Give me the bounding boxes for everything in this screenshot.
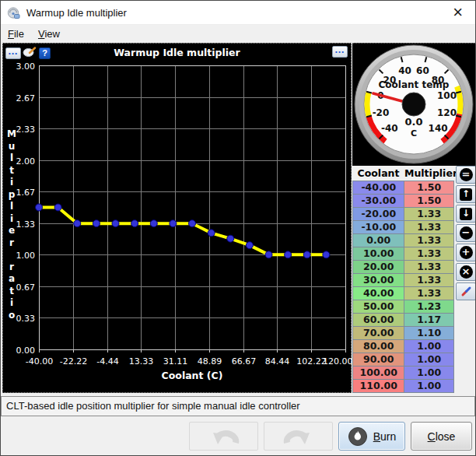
- multiplier-cell[interactable]: 1.33: [404, 208, 454, 221]
- coolant-cell[interactable]: 10.00: [353, 247, 404, 261]
- table-row: 10.001.33: [353, 247, 454, 261]
- coolant-cell[interactable]: 90.00: [353, 353, 404, 367]
- multiplier-cell[interactable]: 1.50: [404, 195, 454, 208]
- table-row: 30.001.33: [353, 274, 454, 287]
- coolant-cell[interactable]: 0.00: [353, 234, 404, 247]
- settings-dots-button[interactable]: …: [5, 47, 21, 59]
- svg-text:t: t: [9, 286, 14, 296]
- burn-button[interactable]: Burn: [338, 422, 405, 451]
- burn-label: Burn: [373, 430, 397, 443]
- settings-dots-button-right[interactable]: …: [332, 46, 348, 58]
- svg-text:66.67: 66.67: [232, 356, 257, 367]
- curve-point[interactable]: [131, 220, 138, 227]
- multiplier-cell[interactable]: 1.33: [404, 287, 454, 300]
- table-row: 60.001.17: [353, 314, 454, 327]
- table-row: -30.001.50: [353, 195, 454, 208]
- curve-point[interactable]: [112, 220, 119, 227]
- coolant-cell[interactable]: 50.00: [353, 300, 404, 314]
- curve-point[interactable]: [150, 220, 157, 227]
- coolant-cell[interactable]: 80.00: [353, 340, 404, 353]
- multiplier-cell[interactable]: 1.00: [404, 353, 454, 367]
- svg-text:e: e: [9, 225, 15, 236]
- svg-text:0.33: 0.33: [16, 314, 36, 324]
- multiplier-cell[interactable]: 1.33: [404, 221, 454, 234]
- curve-point[interactable]: [285, 251, 292, 258]
- svg-text:1.00: 1.00: [16, 251, 36, 261]
- coolant-cell[interactable]: -40.00: [353, 181, 404, 195]
- close-button[interactable]: Close: [411, 422, 472, 451]
- coolant-cell[interactable]: 40.00: [353, 287, 404, 300]
- burn-flame-icon: [348, 426, 368, 447]
- curve-point[interactable]: [208, 230, 215, 237]
- arrow-down-button[interactable]: ↓: [456, 205, 476, 223]
- svg-text:M: M: [7, 128, 16, 139]
- edit-pencil-icon[interactable]: [23, 46, 37, 61]
- curve-point[interactable]: [170, 220, 177, 227]
- equals-icon: =: [460, 168, 473, 181]
- table-row: -10.001.33: [353, 221, 454, 234]
- app-icon: [7, 6, 20, 19]
- arrow-up-button[interactable]: ↑: [456, 185, 476, 203]
- curve-chart-svg[interactable]: -40.003.00-22.222.67-4.442.3313.332.0031…: [3, 44, 352, 392]
- multiplier-cell[interactable]: 1.10: [404, 327, 454, 340]
- table-row: -20.001.33: [353, 208, 454, 221]
- svg-text:1.67: 1.67: [16, 188, 36, 198]
- curve-point[interactable]: [74, 220, 81, 227]
- multiplier-cell[interactable]: 1.33: [404, 247, 454, 261]
- coolant-cell[interactable]: 30.00: [353, 274, 404, 287]
- coolant-cell[interactable]: -10.00: [353, 221, 404, 234]
- multiplier-cell[interactable]: 1.33: [404, 274, 454, 287]
- multiplier-cell[interactable]: 1.50: [404, 181, 454, 195]
- multiplier-cell[interactable]: 1.00: [404, 367, 454, 380]
- help-button[interactable]: ?: [39, 47, 51, 59]
- curve-point[interactable]: [323, 251, 330, 258]
- multiplier-cell[interactable]: 1.00: [404, 340, 454, 353]
- menu-file[interactable]: File: [8, 28, 24, 40]
- multiplier-cell[interactable]: 1.33: [404, 234, 454, 247]
- coolant-cell[interactable]: 20.00: [353, 261, 404, 274]
- curve-line: [39, 208, 326, 255]
- pencil-button[interactable]: [456, 282, 476, 300]
- curve-point[interactable]: [246, 242, 253, 249]
- redo-arrow-icon: [282, 425, 316, 448]
- curve-point[interactable]: [54, 204, 61, 211]
- undo-button[interactable]: [189, 422, 258, 451]
- svg-text:120.00: 120.00: [323, 356, 352, 367]
- curve-point[interactable]: [93, 220, 100, 227]
- curve-editor-panel: … ? Warmup Idle multiplier … -40.003.00-…: [2, 43, 352, 393]
- multiplier-cell[interactable]: 1.33: [404, 261, 454, 274]
- svg-text:i: i: [10, 297, 13, 308]
- column-header-multiplier: Multiplier: [404, 166, 454, 181]
- menu-view[interactable]: View: [38, 28, 60, 40]
- coolant-cell[interactable]: 110.00: [353, 380, 404, 393]
- curve-point[interactable]: [265, 251, 272, 258]
- curve-point[interactable]: [227, 235, 234, 242]
- multiplier-cell[interactable]: 1.23: [404, 300, 454, 314]
- table-row: 20.001.33: [353, 261, 454, 274]
- curve-point[interactable]: [189, 220, 196, 227]
- equals-button[interactable]: =: [456, 166, 476, 184]
- table-row: 50.001.23: [353, 300, 454, 314]
- plus-button[interactable]: +: [456, 244, 476, 261]
- coolant-cell[interactable]: -30.00: [353, 195, 404, 208]
- close-x-icon: ×: [460, 265, 473, 279]
- svg-text:48.89: 48.89: [198, 356, 222, 367]
- close-icon[interactable]: ×: [446, 4, 469, 21]
- curve-point[interactable]: [36, 204, 43, 211]
- curve-point[interactable]: [303, 251, 310, 258]
- svg-text:100: 100: [437, 90, 457, 101]
- plus-icon: +: [460, 246, 473, 259]
- multiplier-cell[interactable]: 1.17: [404, 314, 454, 327]
- coolant-cell[interactable]: 70.00: [353, 327, 404, 340]
- coolant-cell[interactable]: 60.00: [353, 314, 404, 327]
- coolant-cell[interactable]: -20.00: [353, 208, 404, 221]
- coolant-cell[interactable]: 100.00: [353, 367, 404, 380]
- table-row: 110.001.00: [353, 380, 454, 393]
- close-x-button[interactable]: ×: [456, 263, 476, 281]
- multiplier-cell[interactable]: 1.00: [404, 380, 454, 393]
- table-row: 100.001.00: [353, 367, 454, 380]
- redo-button[interactable]: [264, 422, 333, 451]
- minus-button[interactable]: −: [456, 224, 476, 242]
- status-bar: CLT-based idle position multiplier for s…: [1, 396, 475, 416]
- title-bar: Warmup Idle multiplier ×: [1, 1, 475, 25]
